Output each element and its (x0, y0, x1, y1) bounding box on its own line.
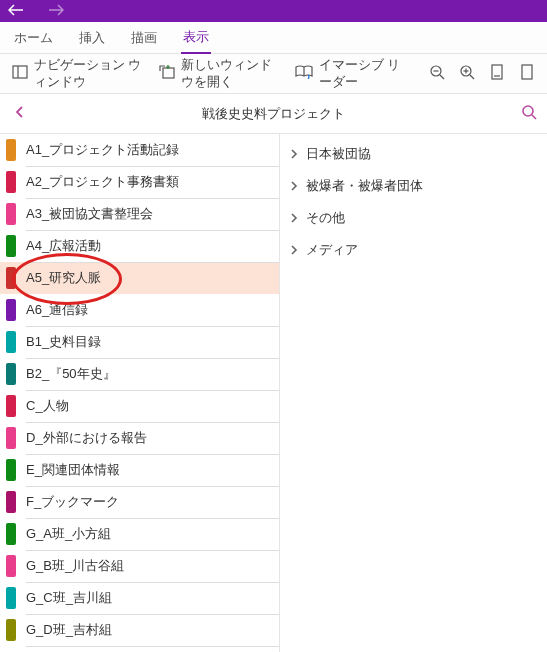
header-back-button[interactable] (0, 105, 40, 122)
svg-rect-0 (13, 66, 27, 78)
tab-draw[interactable]: 描画 (129, 23, 159, 53)
section-item[interactable]: メディア (280, 234, 547, 266)
notebook-item-label: G_C班_吉川組 (26, 582, 279, 615)
svg-rect-2 (163, 68, 174, 78)
section-item[interactable]: 被爆者・被爆者団体 (280, 170, 547, 202)
notebook-item-label: A6_通信録 (26, 294, 279, 327)
notebook-item-label: G_D班_吉村組 (26, 614, 279, 647)
notebook-color-swatch (6, 427, 16, 449)
notebook-item[interactable]: A4_広報活動 (0, 230, 279, 262)
page-width-button[interactable] (489, 64, 505, 83)
section-item-label: その他 (306, 209, 345, 227)
notebook-item[interactable]: A5_研究人脈 (0, 262, 279, 294)
new-window-icon (159, 65, 175, 82)
notebook-color-swatch (6, 523, 16, 545)
notebook-item[interactable]: C_人物 (0, 390, 279, 422)
notebook-color-swatch (6, 363, 16, 385)
notebook-item-label: F_ブックマーク (26, 486, 279, 519)
notebook-color-swatch (6, 459, 16, 481)
back-icon[interactable] (8, 4, 24, 19)
zoom-in-icon (459, 64, 475, 83)
notebook-item[interactable]: A2_プロジェクト事務書類 (0, 166, 279, 198)
immersive-reader-button[interactable]: イマーシブ リーダー (295, 57, 401, 91)
ribbon-tabs: ホーム 挿入 描画 表示 (0, 22, 547, 54)
immersive-reader-icon (295, 65, 313, 82)
svg-line-7 (470, 75, 474, 79)
zoom-out-button[interactable] (429, 64, 445, 83)
notebook-item-label: A1_プロジェクト活動記録 (26, 134, 279, 167)
section-item[interactable]: その他 (280, 202, 547, 234)
notebook-item[interactable]: E_関連団体情報 (0, 454, 279, 486)
toolbar: ナビゲーション ウィンドウ 新しいウィンドウを開く イマーシブ リーダー (0, 54, 547, 94)
chevron-right-icon (290, 211, 298, 226)
notebook-item[interactable]: A1_プロジェクト活動記録 (0, 134, 279, 166)
notebook-item[interactable]: G_B班_川古谷組 (0, 550, 279, 582)
notebook-item[interactable]: B2_『50年史』 (0, 358, 279, 390)
notebook-item-label: A4_広報活動 (26, 230, 279, 263)
notebook-item-label: A2_プロジェクト事務書類 (26, 166, 279, 199)
notebook-item[interactable]: A3_被団協文書整理会 (0, 198, 279, 230)
zoom-out-icon (429, 64, 445, 83)
search-icon (521, 108, 537, 123)
notebook-header: 戦後史史料プロジェクト (0, 94, 547, 134)
notebook-color-swatch (6, 331, 16, 353)
notebook-color-swatch (6, 619, 16, 641)
svg-rect-12 (522, 65, 532, 79)
notebook-item-label: B2_『50年史』 (26, 358, 279, 391)
notebook-item[interactable]: A6_通信録 (0, 294, 279, 326)
notebook-item-label: E_関連団体情報 (26, 454, 279, 487)
section-item-label: 日本被団協 (306, 145, 371, 163)
notebook-color-swatch (6, 587, 16, 609)
main-area: A1_プロジェクト活動記録A2_プロジェクト事務書類A3_被団協文書整理会A4_… (0, 134, 547, 652)
section-list: 日本被団協被爆者・被爆者団体その他メディア (280, 134, 547, 652)
page-other-button[interactable] (519, 64, 535, 83)
title-bar (0, 0, 547, 22)
notebook-item-label: C_人物 (26, 390, 279, 423)
tab-insert[interactable]: 挿入 (77, 23, 107, 53)
svg-line-14 (532, 115, 536, 119)
notebook-color-swatch (6, 555, 16, 577)
forward-icon[interactable] (48, 4, 64, 19)
notebook-item-label: B1_史料目録 (26, 326, 279, 359)
nav-pane-label: ナビゲーション ウィンドウ (34, 57, 145, 91)
notebook-item-label: A5_研究人脈 (26, 262, 279, 295)
notebook-color-swatch (6, 171, 16, 193)
page-other-icon (519, 64, 535, 83)
notebook-item[interactable]: B1_史料目録 (0, 326, 279, 358)
tab-view[interactable]: 表示 (181, 22, 211, 54)
svg-rect-10 (492, 65, 502, 79)
notebook-item[interactable]: D_外部における報告 (0, 422, 279, 454)
notebook-list: A1_プロジェクト活動記録A2_プロジェクト事務書類A3_被団協文書整理会A4_… (0, 134, 280, 652)
notebook-item[interactable]: G_A班_小方組 (0, 518, 279, 550)
chevron-left-icon (15, 105, 25, 122)
page-width-icon (489, 64, 505, 83)
chevron-right-icon (290, 147, 298, 162)
notebook-item-label: G_B班_川古谷組 (26, 550, 279, 583)
section-item-label: メディア (306, 241, 358, 259)
new-window-label: 新しいウィンドウを開く (181, 57, 280, 91)
notebook-item-label: G_A班_小方組 (26, 518, 279, 551)
search-button[interactable] (521, 104, 537, 123)
notebook-color-swatch (6, 235, 16, 257)
notebook-color-swatch (6, 299, 16, 321)
svg-line-4 (440, 75, 444, 79)
notebook-item[interactable]: F_ブックマーク (0, 486, 279, 518)
immersive-reader-label: イマーシブ リーダー (319, 57, 401, 91)
notebook-color-swatch (6, 395, 16, 417)
tab-home[interactable]: ホーム (12, 23, 55, 53)
notebook-title: 戦後史史料プロジェクト (0, 105, 547, 123)
new-window-button[interactable]: 新しいウィンドウを開く (159, 57, 280, 91)
nav-pane-button[interactable]: ナビゲーション ウィンドウ (12, 57, 145, 91)
notebook-item[interactable]: G_D班_吉村組 (0, 614, 279, 646)
chevron-right-icon (290, 179, 298, 194)
notebook-color-swatch (6, 203, 16, 225)
section-item-label: 被爆者・被爆者団体 (306, 177, 423, 195)
notebook-item[interactable]: G_C班_吉川組 (0, 582, 279, 614)
section-item[interactable]: 日本被団協 (280, 138, 547, 170)
notebook-color-swatch (6, 267, 16, 289)
notebook-item-label: A3_被団協文書整理会 (26, 198, 279, 231)
nav-pane-icon (12, 65, 28, 82)
svg-point-13 (523, 106, 533, 116)
notebook-color-swatch (6, 491, 16, 513)
zoom-in-button[interactable] (459, 64, 475, 83)
